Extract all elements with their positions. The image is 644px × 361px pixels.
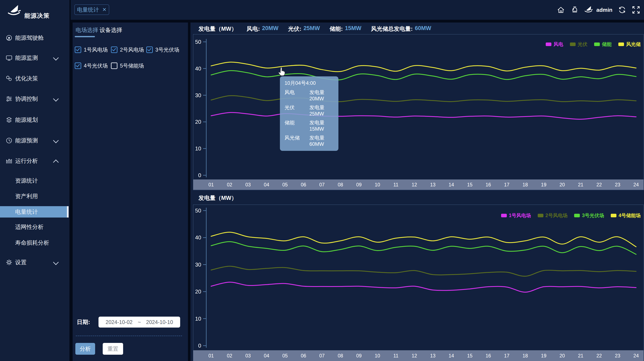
svg-text:19: 19 — [541, 353, 546, 359]
checkbox-icon[interactable] — [146, 46, 153, 53]
svg-text:30: 30 — [195, 262, 201, 268]
chart2-line-chart[interactable]: 0102030405001020304050607080910111213141… — [190, 201, 644, 361]
open-tab-label: 电量统计 — [77, 6, 99, 13]
svg-text:08: 08 — [338, 353, 343, 359]
svg-text:10: 10 — [195, 316, 201, 322]
refresh-icon[interactable] — [618, 6, 626, 14]
svg-text:11: 11 — [393, 182, 398, 187]
svg-text:24: 24 — [634, 182, 639, 187]
chart-tooltip: 10月04号4:00 风电发电量20MW光伏发电量25MW储能发电量15MW风光… — [280, 76, 338, 151]
sidebar-subitem-3[interactable]: 适网性分析 — [0, 221, 70, 233]
sidebar-subitem-1[interactable]: 资产利用 — [0, 191, 70, 202]
svg-text:20: 20 — [195, 119, 201, 125]
svg-text:40: 40 — [195, 65, 201, 72]
sidebar-item-4[interactable]: 能源规划 — [0, 114, 70, 126]
svg-text:03: 03 — [246, 353, 251, 359]
username[interactable]: admin — [596, 7, 612, 13]
date-range-input[interactable]: 2024-10-02 ~ 2024-10-10 — [98, 317, 180, 328]
app-root: 能源决策 能源驾驶舱能源监测优化决策协调控制能源规划能源预测运行分析资源统计资产… — [0, 0, 644, 361]
svg-text:03: 03 — [246, 182, 251, 187]
svg-text:01: 01 — [208, 353, 214, 359]
sidebar-item-3[interactable]: 协调控制 — [0, 93, 70, 105]
svg-text:05: 05 — [282, 182, 288, 187]
svg-text:14: 14 — [449, 353, 454, 359]
topbar: 电量统计 ✕ — [71, 0, 644, 20]
dashboard-icon — [6, 34, 13, 41]
farm-checkbox-4[interactable]: 5号储能场 — [111, 62, 144, 69]
svg-text:04: 04 — [264, 353, 270, 359]
svg-text:23: 23 — [615, 353, 620, 359]
sidebar: 能源决策 能源驾驶舱能源监测优化决策协调控制能源规划能源预测运行分析资源统计资产… — [0, 0, 70, 361]
chevron-up-icon — [53, 159, 59, 165]
tooltip-row: 储能发电量15MW — [284, 119, 334, 132]
svg-text:19: 19 — [541, 182, 546, 187]
analysis-icon — [6, 157, 13, 165]
open-tab-chip[interactable]: 电量统计 ✕ — [74, 4, 109, 15]
svg-text:02: 02 — [227, 182, 232, 187]
svg-text:16: 16 — [486, 182, 491, 187]
svg-text:23: 23 — [615, 182, 620, 187]
svg-text:15: 15 — [467, 182, 472, 187]
svg-text:09: 09 — [356, 182, 362, 187]
svg-text:18: 18 — [522, 353, 528, 359]
bell-icon[interactable] — [570, 6, 579, 14]
close-tab-icon[interactable]: ✕ — [102, 7, 106, 13]
svg-text:09: 09 — [356, 353, 362, 359]
svg-text:13: 13 — [430, 353, 436, 359]
app-title: 能源决策 — [24, 12, 50, 20]
chevron-down-icon — [53, 55, 59, 61]
checkbox-icon[interactable] — [111, 46, 118, 53]
date-row: 日期: 2024-10-02 ~ 2024-10-10 — [77, 317, 186, 328]
analyze-button[interactable]: 分析 — [75, 343, 95, 355]
sidebar-subitem-0[interactable]: 资源统计 — [0, 175, 70, 186]
tab-device-select[interactable]: 设备选择 — [100, 26, 122, 34]
sidebar-item-1[interactable]: 能源监测 — [0, 52, 70, 63]
svg-text:08: 08 — [338, 182, 343, 187]
svg-text:50: 50 — [195, 39, 201, 45]
chart2-title: 发电量（MW） — [198, 194, 237, 202]
sidebar-item-7[interactable]: 设置 — [0, 257, 70, 268]
brand-logo-icon — [8, 5, 21, 18]
chart1-line-chart[interactable]: 0102030405001020304050607080910111213141… — [190, 22, 644, 193]
reset-button[interactable]: 重置 — [103, 343, 123, 355]
tooltip-title: 10月04号4:00 — [284, 80, 334, 86]
svg-text:13: 13 — [430, 182, 436, 187]
svg-text:12: 12 — [412, 353, 417, 359]
farm-checkbox-3[interactable]: 4号光伏场 — [75, 62, 108, 69]
farm-checkbox-0[interactable]: 1号风电场 — [75, 46, 108, 53]
divider — [76, 336, 182, 336]
farm-checkbox-2[interactable]: 3号光伏场 — [146, 46, 179, 53]
svg-text:17: 17 — [504, 182, 510, 187]
tooltip-rows: 风电发电量20MW光伏发电量25MW储能发电量15MW风光储发电量60MW — [284, 89, 334, 147]
checkbox-icon[interactable] — [75, 46, 81, 53]
svg-text:10: 10 — [195, 145, 201, 152]
fullscreen-icon[interactable] — [632, 6, 640, 14]
date-label: 日期: — [77, 318, 90, 326]
chevron-down-icon — [53, 138, 59, 143]
checkbox-icon[interactable] — [75, 62, 81, 69]
sidebar-item-5[interactable]: 能源预测 — [0, 135, 70, 146]
brand: 能源决策 — [0, 0, 70, 25]
sidebar-item-0[interactable]: 能源驾驶舱 — [0, 32, 70, 43]
svg-text:22: 22 — [596, 182, 602, 187]
user-logo-icon — [584, 6, 593, 14]
sidebar-item-2[interactable]: 优化决策 — [0, 73, 70, 84]
checkbox-icon[interactable] — [111, 62, 118, 69]
svg-text:24: 24 — [634, 353, 639, 359]
farm-checkbox-1[interactable]: 2号风电场 — [111, 46, 144, 53]
sidebar-item-6[interactable]: 运行分析 — [0, 155, 70, 167]
sidebar-subitem-2[interactable]: 电量统计 — [0, 206, 70, 218]
home-icon[interactable] — [557, 6, 565, 14]
svg-text:01: 01 — [208, 182, 214, 187]
svg-text:14: 14 — [449, 182, 454, 187]
svg-text:40: 40 — [195, 234, 201, 241]
svg-text:17: 17 — [504, 353, 510, 359]
tooltip-row: 风光储发电量60MW — [284, 134, 334, 147]
topbar-actions: admin — [557, 0, 640, 20]
chevron-down-icon — [53, 96, 59, 102]
tab-farm-select[interactable]: 电场选择 — [76, 26, 98, 34]
svg-text:21: 21 — [578, 353, 584, 359]
svg-text:07: 07 — [319, 182, 325, 187]
svg-text:12: 12 — [412, 182, 417, 187]
sidebar-subitem-4[interactable]: 寿命损耗分析 — [0, 237, 70, 248]
